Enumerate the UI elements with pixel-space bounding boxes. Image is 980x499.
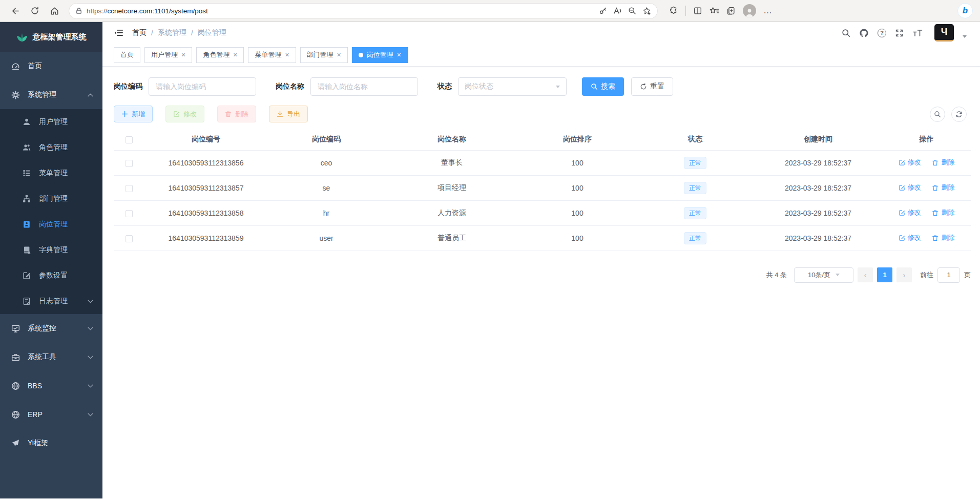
row-checkbox[interactable]: [126, 235, 133, 242]
cell-post-code: hr: [267, 200, 385, 225]
prev-page-button[interactable]: ‹: [858, 267, 873, 282]
sidebar-item-label: 角色管理: [39, 143, 68, 152]
sidebar-item-label: ERP: [28, 410, 43, 419]
sidebar-item-yi-framework[interactable]: Yi框架: [0, 429, 102, 458]
sidebar-item-param-settings[interactable]: 参数设置: [0, 263, 102, 288]
refresh-table-button[interactable]: [951, 107, 967, 122]
add-button[interactable]: 新增: [114, 106, 153, 122]
sidebar-item-system-monitor[interactable]: 系统监控: [0, 314, 102, 343]
leaf-logo-icon: [16, 32, 28, 42]
tab-close-icon[interactable]: ×: [233, 51, 237, 58]
address-bar[interactable]: https://ccnetcore.com:1101/system/post: [69, 3, 658, 19]
tab-close-icon[interactable]: ×: [337, 51, 341, 58]
sidebar-item-system-tools[interactable]: 系统工具: [0, 343, 102, 371]
extensions-icon[interactable]: [669, 6, 678, 15]
page-number-button[interactable]: 1: [877, 267, 892, 282]
table-toolbar: 新增 修改 删除 导出: [114, 106, 971, 122]
sidebar-item-log-mgmt[interactable]: 日志管理: [0, 288, 102, 314]
breadcrumb-home[interactable]: 首页: [132, 28, 147, 37]
sidebar-item-post-mgmt[interactable]: 岗位管理: [0, 212, 102, 237]
tab-post-mgmt[interactable]: 岗位管理 ×: [352, 47, 408, 63]
back-icon[interactable]: [7, 3, 24, 19]
tab-role-mgmt[interactable]: 角色管理 ×: [196, 47, 244, 63]
dictionary-icon: [23, 246, 31, 255]
tab-close-icon[interactable]: ×: [397, 51, 401, 58]
zoom-out-icon[interactable]: [628, 7, 636, 15]
tab-close-icon[interactable]: ×: [181, 51, 185, 58]
row-checkbox[interactable]: [126, 185, 133, 192]
sidebar-item-user-mgmt[interactable]: 用户管理: [0, 109, 102, 135]
row-edit-link[interactable]: 修改: [899, 158, 921, 167]
export-button[interactable]: 导出: [269, 106, 308, 122]
home-icon[interactable]: [46, 3, 62, 19]
lock-icon[interactable]: [75, 7, 82, 14]
header-search-icon[interactable]: [842, 29, 850, 37]
next-page-button[interactable]: ›: [896, 267, 912, 282]
post-code-input[interactable]: [149, 77, 256, 96]
text-size-icon[interactable]: [912, 29, 923, 37]
app-logo[interactable]: 意框架管理系统: [0, 22, 102, 52]
sidebar-item-dept-mgmt[interactable]: 部门管理: [0, 186, 102, 212]
sidebar-item-menu-mgmt[interactable]: 菜单管理: [0, 160, 102, 186]
pagination: 共 4 条 10条/页 ‹ 1 › 前往 页: [114, 267, 971, 283]
tab-close-icon[interactable]: ×: [285, 51, 289, 58]
help-icon[interactable]: ?: [878, 29, 886, 37]
page-size-select[interactable]: 10条/页: [794, 267, 853, 283]
globe-icon: [11, 410, 20, 419]
select-all-checkbox[interactable]: [126, 136, 133, 143]
breadcrumb-system-mgmt[interactable]: 系统管理: [158, 28, 186, 37]
tab-dept-mgmt[interactable]: 部门管理 ×: [300, 47, 348, 63]
split-screen-icon[interactable]: [693, 6, 702, 15]
delete-button[interactable]: 删除: [217, 106, 256, 122]
tab-home[interactable]: 首页: [114, 47, 140, 63]
sidebar-toggle-icon[interactable]: [114, 28, 124, 38]
avatar-caret-icon[interactable]: [963, 35, 967, 38]
trash-icon: [932, 159, 939, 166]
refresh-icon[interactable]: [27, 3, 43, 19]
status-select[interactable]: 岗位状态: [458, 77, 567, 96]
sidebar-item-role-mgmt[interactable]: 角色管理: [0, 135, 102, 160]
row-delete-link[interactable]: 删除: [932, 158, 954, 167]
plus-icon: [121, 111, 128, 117]
tab-user-mgmt[interactable]: 用户管理 ×: [144, 47, 192, 63]
row-delete-link[interactable]: 删除: [932, 183, 954, 192]
reset-button[interactable]: 重置: [631, 77, 673, 96]
page-size-value: 10条/页: [808, 271, 830, 280]
tab-label: 部门管理: [307, 50, 333, 59]
row-delete-link[interactable]: 删除: [932, 233, 954, 242]
favorites-icon[interactable]: [710, 7, 719, 15]
sidebar-item-bbs[interactable]: BBS: [0, 371, 102, 400]
sidebar-item-dict-mgmt[interactable]: 字典管理: [0, 237, 102, 263]
edit-icon: [899, 210, 905, 216]
tab-menu-mgmt[interactable]: 菜单管理 ×: [248, 47, 296, 63]
sidebar-item-label: BBS: [28, 382, 42, 390]
row-delete-link[interactable]: 删除: [932, 208, 954, 217]
tab-label: 岗位管理: [367, 50, 393, 59]
collections-icon[interactable]: [726, 6, 736, 15]
row-checkbox[interactable]: [126, 160, 133, 167]
sidebar-item-home[interactable]: 首页: [0, 52, 102, 80]
read-aloud-icon[interactable]: [613, 7, 622, 15]
github-icon[interactable]: [859, 28, 869, 38]
cell-post-code: user: [267, 225, 385, 251]
browser-profile-avatar[interactable]: [743, 4, 756, 17]
edit-button[interactable]: 修改: [165, 106, 204, 122]
row-checkbox[interactable]: [126, 210, 133, 217]
fullscreen-icon[interactable]: [895, 29, 904, 37]
toggle-search-button[interactable]: [930, 107, 945, 122]
post-name-input[interactable]: [310, 77, 418, 96]
row-edit-link[interactable]: 修改: [899, 183, 921, 192]
chevron-up-icon: [88, 93, 93, 97]
sidebar-item-system-mgmt[interactable]: 系统管理: [0, 80, 102, 109]
user-avatar[interactable]: Ч: [934, 24, 954, 41]
sidebar-item-erp[interactable]: ERP: [0, 400, 102, 429]
password-key-icon[interactable]: [599, 7, 607, 15]
row-edit-link[interactable]: 修改: [899, 233, 921, 242]
goto-page-input[interactable]: [937, 267, 960, 283]
search-button[interactable]: 搜索: [582, 77, 624, 96]
row-edit-link[interactable]: 修改: [899, 208, 921, 217]
bing-chat-icon[interactable]: b: [957, 3, 973, 18]
add-favorite-icon[interactable]: [642, 7, 651, 15]
status-badge: 正常: [684, 232, 706, 244]
more-menu-icon[interactable]: …: [763, 6, 773, 16]
